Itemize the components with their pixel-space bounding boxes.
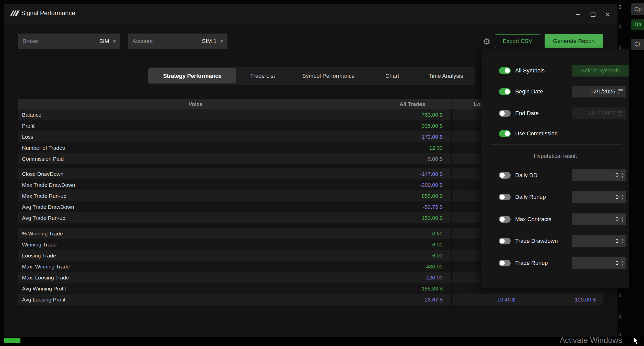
panel-label: End Date: [515, 110, 539, 117]
cell-value: 6.00: [373, 250, 451, 261]
tab-chart[interactable]: Chart: [368, 67, 417, 85]
window-maximize-button[interactable]: [589, 11, 597, 18]
spin-down-icon[interactable]: ▾: [622, 175, 623, 178]
cell-value: -52.75 $: [373, 201, 451, 212]
spinner-arrows[interactable]: ▴▾: [622, 260, 623, 266]
toggle-off[interactable]: [499, 238, 511, 244]
toggle-on[interactable]: [499, 130, 511, 137]
row-label: Winning Trade: [18, 239, 373, 250]
export-csv-button[interactable]: Export CSV: [495, 34, 540, 48]
panel-label: Trade Drawdown: [515, 238, 558, 244]
panel-label: Max Contracts: [515, 216, 551, 223]
table-row-avg-loosing-profit: Avg Loosing Profit-28.67 $-10.40 $-120.0…: [18, 294, 603, 305]
background-axis-label: 0: [618, 4, 621, 10]
cell-value: 935.00 $: [373, 120, 451, 131]
date-control-wrap: 12/11/2025: [572, 107, 626, 119]
settings-gear-icon[interactable]: ⚙: [481, 36, 492, 47]
report-settings-panel: All SymbolsSelect SymbolsBegin Date12/1/…: [481, 49, 629, 288]
toggle-on[interactable]: [499, 67, 511, 74]
spinner-value: 0: [615, 238, 618, 244]
chevron-down-icon: ▾: [221, 39, 223, 44]
calendar-icon: [618, 111, 623, 116]
spinner-arrows[interactable]: ▴▾: [622, 194, 623, 200]
spinner-wrap: 0▴▾: [572, 169, 626, 181]
column-header-voice: Voice: [18, 99, 373, 109]
account-value: SIM 1: [202, 38, 216, 45]
number-spinner[interactable]: 0▴▾: [572, 191, 626, 203]
number-spinner[interactable]: 0▴▾: [572, 235, 626, 247]
spinner-value: 0: [615, 172, 618, 179]
tab-symbol-performance[interactable]: Symbol Performance: [289, 67, 368, 85]
background-op-button[interactable]: Op: [631, 3, 644, 15]
tab-strategy-performance[interactable]: Strategy Performance: [148, 68, 236, 83]
panel-row-trade-drawdown: Trade Drawdown0▴▾: [481, 234, 629, 248]
toggle-knob: [500, 239, 505, 244]
tab-bar: Strategy PerformanceTrade ListSymbol Per…: [148, 67, 475, 85]
date-value: 12/1/2025: [590, 88, 615, 95]
select-symbols-button[interactable]: Select Symbols: [572, 65, 629, 77]
number-spinner[interactable]: 0▴▾: [572, 213, 626, 225]
column-header-all-trades: All Trades: [373, 99, 451, 109]
toggle-off[interactable]: [499, 172, 511, 179]
date-control-wrap: 12/1/2025: [572, 86, 626, 98]
generate-report-button[interactable]: Generate Report: [545, 34, 603, 48]
panel-row-use-commission: Use Commission: [481, 127, 629, 140]
cell-value: 855.00 $: [373, 190, 451, 201]
toggle-off[interactable]: [499, 260, 511, 266]
toggle-off[interactable]: [499, 194, 511, 200]
panel-row-begin-date: Begin Date12/1/2025: [481, 85, 629, 98]
row-label: Loosing Trade: [18, 250, 373, 261]
toggle-off[interactable]: [499, 110, 511, 117]
toggle-on[interactable]: [499, 88, 511, 95]
number-spinner[interactable]: 0▴▾: [572, 169, 626, 181]
date-input-disabled[interactable]: 12/11/2025: [572, 107, 626, 119]
spinner-arrows[interactable]: ▴▾: [622, 238, 623, 244]
spinner-arrows[interactable]: ▴▾: [622, 172, 623, 178]
tab-time-analysis[interactable]: Time Analysis: [417, 67, 475, 85]
row-label: Commission Paid: [18, 153, 373, 164]
row-label: Avg Loosing Profit: [18, 294, 373, 305]
desktop: Op Da Qt Signal Performance × Broker SIM…: [0, 0, 644, 346]
spinner-value: 0: [615, 216, 618, 223]
spin-down-icon[interactable]: ▾: [622, 219, 623, 222]
broker-value: SIM: [99, 38, 109, 45]
account-label: Account: [132, 38, 153, 45]
toggle-off[interactable]: [499, 216, 511, 223]
tab-trade-list[interactable]: Trade List: [236, 67, 289, 85]
background-axis-label: 0: [618, 24, 621, 29]
minimize-icon: [576, 14, 580, 15]
window-close-button[interactable]: ×: [604, 11, 612, 18]
toggle-knob: [505, 89, 510, 94]
panel-divider: [491, 144, 622, 145]
row-label: Avg Winning Profit: [18, 283, 373, 294]
window-minimize-button[interactable]: [574, 11, 582, 18]
toggle-knob: [500, 173, 505, 178]
cell-value: -200.00 $: [373, 179, 451, 190]
row-label: Close DrawDown: [18, 168, 373, 179]
spin-down-icon[interactable]: ▾: [622, 241, 623, 244]
date-input[interactable]: 12/1/2025: [572, 86, 626, 98]
account-dropdown[interactable]: Account SIM 1 ▾: [128, 34, 227, 49]
panel-label: Daily DD: [515, 172, 537, 179]
spinner-wrap: 0▴▾: [572, 213, 626, 225]
window-title: Signal Performance: [21, 9, 75, 17]
row-label: Avg Trade DrawDown: [18, 201, 373, 212]
panel-label: All Symbols: [515, 67, 545, 74]
panel-row-end-date: End Date12/11/2025: [481, 107, 629, 120]
cell-value: 6.00: [373, 239, 451, 250]
background-da-button[interactable]: Da: [631, 19, 644, 30]
broker-dropdown[interactable]: Broker SIM ▾: [18, 34, 120, 49]
number-spinner[interactable]: 0▴▾: [572, 257, 626, 269]
calendar-icon: [618, 89, 623, 94]
cell-value: 763.00 $: [373, 109, 451, 120]
row-label: Profit: [18, 120, 373, 131]
broker-label: Broker: [22, 38, 39, 45]
toggle-knob: [500, 111, 505, 116]
mouse-cursor: [633, 337, 640, 346]
spinner-arrows[interactable]: ▴▾: [622, 216, 623, 222]
title-bar[interactable]: Signal Performance ×: [4, 4, 617, 23]
spin-down-icon[interactable]: ▾: [622, 263, 623, 266]
spin-down-icon[interactable]: ▾: [622, 197, 623, 200]
background-qt-button[interactable]: Qt: [631, 39, 644, 50]
spinner-wrap: 0▴▾: [572, 191, 626, 203]
